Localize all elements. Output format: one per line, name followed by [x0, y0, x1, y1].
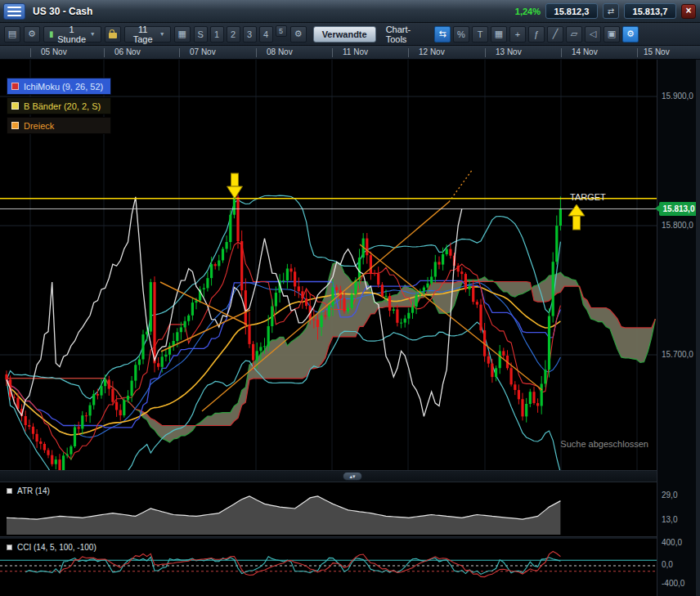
date-label: 05 Nov: [41, 47, 67, 56]
down-arrow-annotation[interactable]: [227, 186, 243, 199]
vertical-scrollbar[interactable]: [696, 60, 700, 596]
range-value: 11 Tage: [130, 25, 156, 44]
menu-button[interactable]: [3, 3, 25, 20]
cci-axis-label: 400,0: [662, 538, 682, 547]
atr-axis-label: 13,0: [662, 515, 677, 524]
indicator-tool-button[interactable]: ƒ: [528, 26, 545, 43]
down-arrow-annotation[interactable]: [231, 173, 239, 186]
chart-settings-button[interactable]: ⚙: [622, 26, 639, 43]
date-label: 13 Nov: [496, 47, 522, 56]
trading-app-window: US 30 - Cash 1,24% 15.812,3 ⇄ 15.813,7 ×…: [0, 0, 700, 596]
grid-settings-button[interactable]: ▦: [491, 26, 507, 43]
cci-axis-label: 0,0: [662, 560, 673, 569]
atr-label: ATR (14): [17, 486, 50, 495]
chevron-down-icon: ▼: [90, 31, 96, 37]
title-bar: US 30 - Cash 1,24% 15.812,3 ⇄ 15.813,7 ×: [0, 0, 700, 23]
close-button[interactable]: ×: [681, 4, 696, 19]
layout-grid-button[interactable]: ▤: [4, 26, 20, 43]
legend-item-bollinger[interactable]: B Bänder (20, 2, S): [7, 97, 111, 114]
up-arrow-annotation[interactable]: [573, 216, 581, 230]
trendline[interactable]: [161, 310, 250, 352]
crosshair-tool-button[interactable]: +: [509, 26, 526, 43]
date-tick: [179, 48, 180, 57]
chart-options-button[interactable]: ⚙: [290, 26, 307, 43]
related-instruments-button[interactable]: Verwandte: [313, 26, 376, 43]
percent-scale-button[interactable]: %: [453, 26, 469, 43]
bollinger-swatch-icon: [11, 102, 19, 110]
chart-tools-group: ⇆%T▦+ƒ╱▱◁▣⚙: [434, 26, 639, 43]
status-text: Suche abgeschlossen: [560, 439, 648, 449]
chart-toolbar: ▤ ⚙ ▮ 1 Stunde ▼ 11 Tage ▼ ▦ S12345 ⚙ Ve…: [0, 23, 700, 46]
trendline-dashed[interactable]: [449, 169, 473, 202]
ichimoku-swatch-icon: [11, 83, 19, 90]
atr-label-row[interactable]: ATR (14): [7, 486, 50, 495]
legend-item-label: IchiMoku (9, 26, 52): [24, 82, 103, 92]
date-tick: [256, 48, 257, 57]
buy-price-button[interactable]: 15.813,7: [624, 3, 676, 19]
candles-layer[interactable]: [5, 193, 562, 470]
date-tick: [485, 48, 486, 57]
atr-panel: ATR (14): [0, 482, 657, 536]
cci-chart-canvas[interactable]: [0, 539, 657, 596]
atr-axis-label: 29,0: [662, 491, 677, 500]
date-tick: [332, 48, 333, 57]
date-label: 12 Nov: [419, 47, 445, 56]
date-label: 15 Nov: [644, 47, 670, 56]
panel-splitter[interactable]: ▴▾: [0, 470, 657, 482]
gear-icon: ⚙: [294, 29, 303, 39]
compare-tool-button[interactable]: ⇆: [434, 26, 451, 43]
hamburger-icon: [7, 7, 21, 8]
cci-swatch-icon: [7, 544, 12, 550]
timeframe-dropdown[interactable]: ▮ 1 Stunde ▼: [43, 26, 101, 43]
trendline[interactable]: [360, 244, 542, 390]
layout-button-s[interactable]: S: [194, 26, 208, 43]
current-price-tag: 15.813,0: [659, 202, 698, 216]
up-arrow-annotation[interactable]: [568, 204, 585, 216]
atr-chart-canvas[interactable]: [0, 482, 657, 536]
cci-label: CCI (14, 5, 100, -100): [17, 543, 96, 552]
price-axis[interactable]: 15.900,015.800,015.700,029,013,0400,00,0…: [657, 60, 700, 596]
swap-arrows-icon: ⇄: [608, 7, 614, 16]
settings-button[interactable]: ⚙: [24, 26, 40, 43]
close-icon: ×: [685, 5, 691, 16]
price-axis-label: 15.800,0: [662, 221, 693, 230]
layout-button-4[interactable]: 4: [259, 26, 273, 43]
indicator-legend: IchiMoku (9, 26, 52)B Bänder (20, 2, S)D…: [7, 78, 111, 134]
collapse-arrows-icon: ▴▾: [349, 473, 355, 479]
date-tick: [408, 48, 409, 57]
spread-toggle-button[interactable]: ⇄: [603, 3, 619, 19]
legend-item-ichimoku[interactable]: IchiMoku (9, 26, 52): [7, 78, 111, 95]
lock-scale-button[interactable]: [105, 26, 121, 43]
date-axis[interactable]: 05 Nov06 Nov07 Nov08 Nov11 Nov12 Nov13 N…: [0, 46, 700, 60]
cci-label-row[interactable]: CCI (14, 5, 100, -100): [7, 543, 96, 552]
trendline-tool-button[interactable]: ╱: [547, 26, 563, 43]
snapshot-tool-button[interactable]: ▣: [604, 26, 620, 43]
gear-icon: ⚙: [28, 29, 36, 39]
candle-icon: ▮: [49, 29, 54, 38]
layout-button-2[interactable]: 2: [227, 26, 240, 43]
range-dropdown[interactable]: 11 Tage ▼: [124, 26, 171, 43]
collapse-toggle-button[interactable]: ▴▾: [343, 472, 362, 481]
date-label: 06 Nov: [114, 47, 141, 56]
date-tick: [561, 48, 562, 57]
atr-area: [7, 496, 560, 535]
layout-button-3[interactable]: 3: [243, 26, 257, 43]
chart-tools-label: Chart-Tools: [386, 25, 426, 44]
date-label: 14 Nov: [572, 47, 598, 56]
legend-item-label: Dreieck: [24, 121, 54, 131]
legend-item-dreieck[interactable]: Dreieck: [7, 117, 111, 134]
sell-price-button[interactable]: 15.812,3: [545, 3, 598, 19]
price-axis-label: 15.700,0: [662, 350, 693, 359]
calendar-button[interactable]: ▦: [174, 26, 191, 43]
arrow-annotations[interactable]: [227, 173, 586, 230]
layout-button-5[interactable]: 5: [276, 25, 287, 37]
layout-button-group: S12345: [194, 26, 287, 43]
calendar-icon: ▦: [177, 29, 186, 39]
text-tool-button[interactable]: T: [472, 26, 488, 43]
layout-button-1[interactable]: 1: [210, 26, 224, 43]
date-label: 08 Nov: [267, 47, 293, 56]
grid-icon: ▤: [8, 29, 16, 39]
target-label[interactable]: TARGET: [570, 192, 606, 202]
pointer-tool-button[interactable]: ◁: [585, 26, 601, 43]
shapes-tool-button[interactable]: ▱: [566, 26, 582, 43]
